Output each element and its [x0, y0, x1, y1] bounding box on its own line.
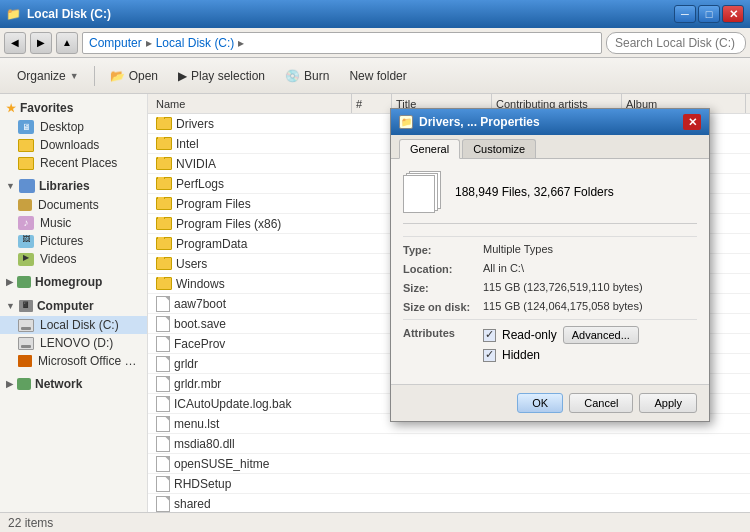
sidebar-item-recent[interactable]: Recent Places [0, 154, 147, 172]
file-name-text: NVIDIA [176, 157, 216, 171]
sidebar-item-lenovo[interactable]: LENOVO (D:) [0, 334, 147, 352]
open-button[interactable]: 📂 Open [101, 62, 167, 90]
organize-button[interactable]: Organize ▼ [8, 62, 88, 90]
advanced-button[interactable]: Advanced... [563, 326, 639, 344]
dialog-close-button[interactable]: ✕ [683, 114, 701, 130]
dialog-footer: OK Cancel Apply [391, 384, 709, 421]
sidebar-favorites-header[interactable]: ★ Favorites [0, 98, 147, 118]
forward-button[interactable]: ▶ [30, 32, 52, 54]
folder-icon [156, 277, 172, 290]
address-path[interactable]: Computer ▸ Local Disk (C:) ▸ [82, 32, 602, 54]
cancel-button[interactable]: Cancel [569, 393, 633, 413]
sidebar-computer-label: Computer [37, 299, 94, 313]
close-button[interactable]: ✕ [722, 5, 744, 23]
size-label: Size: [403, 281, 483, 294]
back-button[interactable]: ◀ [4, 32, 26, 54]
file-name-text: Windows [176, 277, 225, 291]
table-row[interactable]: msdia80.dll [148, 434, 750, 454]
search-input[interactable] [606, 32, 746, 54]
play-icon: ▶ [178, 69, 187, 83]
file-name-text: Program Files [176, 197, 251, 211]
ok-button[interactable]: OK [517, 393, 563, 413]
homegroup-arrow-icon: ▶ [6, 277, 13, 287]
table-row[interactable]: RHDSetup [148, 474, 750, 494]
dialog-tab-customize[interactable]: Customize [462, 139, 536, 158]
file-stack-3 [403, 175, 435, 213]
sidebar-item-office[interactable]: Microsoft Office Cli... [0, 352, 147, 370]
hidden-checkbox[interactable] [483, 349, 496, 362]
sidebar-item-downloads[interactable]: Downloads [0, 136, 147, 154]
hidden-label: Hidden [502, 348, 540, 362]
burn-button[interactable]: 💿 Burn [276, 62, 338, 90]
path-drive[interactable]: Local Disk (C:) [156, 36, 235, 50]
maximize-button[interactable]: □ [698, 5, 720, 23]
apply-button[interactable]: Apply [639, 393, 697, 413]
file-name-text: Users [176, 257, 207, 271]
folder-icon [156, 217, 172, 230]
sidebar-homegroup-section: ▶ Homegroup [0, 272, 147, 292]
sidebar-libraries-section: ▼ Libraries Documents ♪ Music 🖼 Pictures… [0, 176, 147, 268]
file-name-text: openSUSE_hitme [174, 457, 269, 471]
sidebar-libraries-label: Libraries [39, 179, 90, 193]
file-name-text: ProgramData [176, 237, 247, 251]
location-label: Location: [403, 262, 483, 275]
new-folder-button[interactable]: New folder [340, 62, 415, 90]
file-name-text: boot.save [174, 317, 226, 331]
file-name-text: PerfLogs [176, 177, 224, 191]
sidebar-libraries-header[interactable]: ▼ Libraries [0, 176, 147, 196]
file-cell-name: aaw7boot [152, 296, 352, 312]
readonly-checkbox[interactable] [483, 329, 496, 342]
computer-arrow-icon: ▼ [6, 301, 15, 311]
folder-icon [156, 137, 172, 150]
sidebar-downloads-label: Downloads [40, 138, 99, 152]
col-header-number[interactable]: # [352, 94, 392, 113]
play-selection-button[interactable]: ▶ Play selection [169, 62, 274, 90]
file-name-text: grldr.mbr [174, 377, 221, 391]
dialog-tab-general[interactable]: General [399, 139, 460, 159]
minimize-button[interactable]: ─ [674, 5, 696, 23]
file-cell-name: Windows [152, 277, 352, 291]
file-cell-name: menu.lst [152, 416, 352, 432]
dialog-body: 188,949 Files, 32,667 Folders Type: Mult… [391, 159, 709, 384]
window-title: Local Disk (C:) [27, 7, 111, 21]
sidebar-music-label: Music [40, 216, 71, 230]
col-header-name[interactable]: Name [152, 94, 352, 113]
play-selection-label: Play selection [191, 69, 265, 83]
status-text: 22 items [8, 516, 53, 530]
sidebar-item-pictures[interactable]: 🖼 Pictures [0, 232, 147, 250]
file-icon [156, 396, 170, 412]
sidebar-videos-label: Videos [40, 252, 76, 266]
sidebar-item-desktop[interactable]: 🖥 Desktop [0, 118, 147, 136]
file-cell-name: Drivers [152, 117, 352, 131]
favorites-star-icon: ★ [6, 102, 16, 115]
file-cell-name: shared [152, 496, 352, 512]
file-name-text: msdia80.dll [174, 437, 235, 451]
up-button[interactable]: ▲ [56, 32, 78, 54]
toolbar: Organize ▼ 📂 Open ▶ Play selection 💿 Bur… [0, 58, 750, 94]
organize-dropdown-icon: ▼ [70, 71, 79, 81]
sidebar-homegroup-header[interactable]: ▶ Homegroup [0, 272, 147, 292]
sidebar-network-header[interactable]: ▶ Network [0, 374, 147, 394]
sidebar-item-documents[interactable]: Documents [0, 196, 147, 214]
sidebar-network-section: ▶ Network [0, 374, 147, 394]
size-value: 115 GB (123,726,519,110 bytes) [483, 281, 697, 294]
sidebar-homegroup-label: Homegroup [35, 275, 102, 289]
dialog-attributes-row: Attributes Read-only Advanced... Hidden [403, 326, 697, 366]
path-computer[interactable]: Computer [89, 36, 142, 50]
table-row[interactable]: shared [148, 494, 750, 512]
file-cell-name: RHDSetup [152, 476, 352, 492]
folder-icon [156, 157, 172, 170]
properties-dialog: 📁 Drivers, ... Properties ✕ General Cust… [390, 108, 710, 422]
sidebar-pictures-label: Pictures [40, 234, 83, 248]
sidebar-item-videos[interactable]: ▶ Videos [0, 250, 147, 268]
music-icon: ♪ [18, 216, 34, 230]
file-icon [156, 296, 170, 312]
sidebar-item-music[interactable]: ♪ Music [0, 214, 147, 232]
network-arrow-icon: ▶ [6, 379, 13, 389]
file-icon [156, 436, 170, 452]
new-folder-label: New folder [349, 69, 406, 83]
table-row[interactable]: openSUSE_hitme [148, 454, 750, 474]
sidebar-computer-header[interactable]: ▼ 🖥 Computer [0, 296, 147, 316]
sidebar-item-local-disk[interactable]: Local Disk (C:) [0, 316, 147, 334]
sidebar-desktop-label: Desktop [40, 120, 84, 134]
